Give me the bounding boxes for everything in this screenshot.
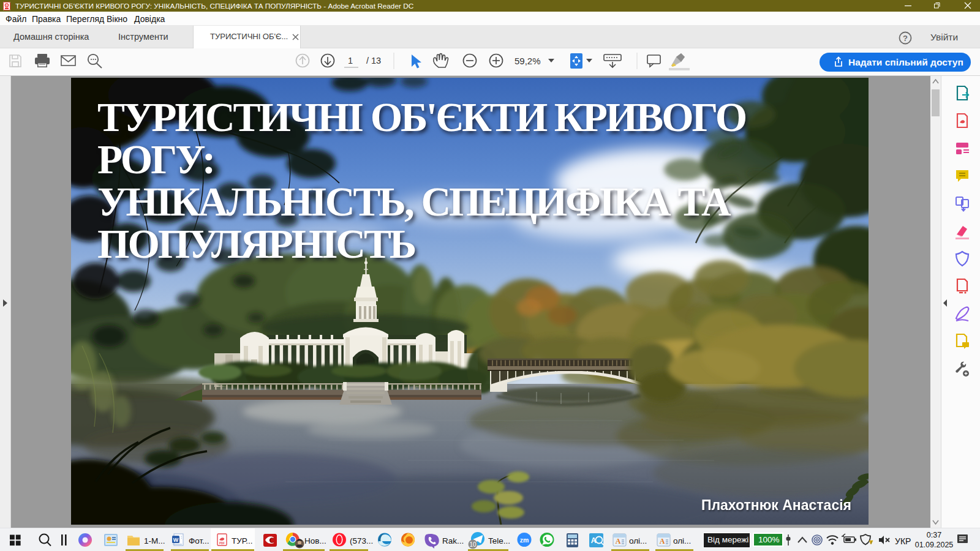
svg-text:10: 10 <box>469 541 477 548</box>
svg-text:?: ? <box>903 34 908 43</box>
svg-text:/ 13: / 13 <box>366 56 381 66</box>
svg-text:1: 1 <box>348 56 353 66</box>
svg-text:A: A <box>660 537 665 545</box>
svg-text:A: A <box>616 537 621 545</box>
svg-text:59,2%: 59,2% <box>514 56 541 66</box>
svg-text:PDF: PDF <box>219 542 225 545</box>
svg-text:zm: zm <box>520 536 529 544</box>
svg-text:W: W <box>173 537 179 543</box>
